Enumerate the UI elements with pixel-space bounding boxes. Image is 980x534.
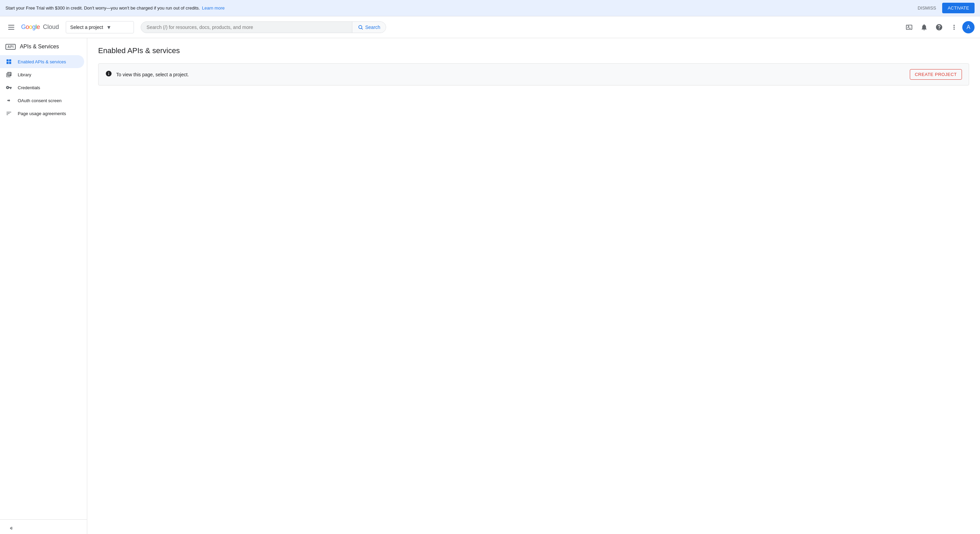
filter-list-icon xyxy=(5,110,12,116)
svg-line-1 xyxy=(361,28,363,29)
learn-more-link[interactable]: Learn more xyxy=(202,5,224,11)
sidebar-item-page-usage[interactable]: Page usage agreements xyxy=(0,107,84,120)
project-selector-label: Select a project xyxy=(70,24,103,30)
create-project-button[interactable]: CREATE PROJECT xyxy=(910,69,962,80)
info-message: To view this page, select a project. xyxy=(116,72,906,77)
sidebar-item-page-usage-label: Page usage agreements xyxy=(18,111,66,116)
hamburger-menu-button[interactable] xyxy=(5,22,17,32)
search-input[interactable] xyxy=(141,22,352,33)
sidebar-footer xyxy=(0,519,87,534)
sidebar-item-enabled-apis[interactable]: Enabled APIs & services xyxy=(0,55,84,68)
help-button[interactable] xyxy=(932,21,946,34)
library-icon xyxy=(5,72,12,78)
chevron-down-icon: ▾ xyxy=(107,24,110,31)
sidebar-item-credentials-label: Credentials xyxy=(18,85,40,90)
cloud-shell-icon xyxy=(905,24,913,31)
activate-button[interactable]: ACTIVATE xyxy=(942,3,975,13)
sidebar-item-library[interactable]: Library xyxy=(0,68,84,81)
main-content: Enabled APIs & services To view this pag… xyxy=(87,38,980,534)
search-bar: Search xyxy=(141,21,386,33)
banner-text: Start your Free Trial with $300 in credi… xyxy=(5,5,200,11)
user-avatar-button[interactable]: A xyxy=(962,21,975,33)
hamburger-icon xyxy=(8,25,14,30)
google-cloud-logo[interactable]: Google Cloud xyxy=(21,24,59,31)
project-selector-button[interactable]: Select a project ▾ xyxy=(66,21,134,33)
top-banner: Start your Free Trial with $300 in credi… xyxy=(0,0,980,16)
sidebar-title: APIs & Services xyxy=(20,44,59,50)
notifications-button[interactable] xyxy=(917,21,931,34)
search-button[interactable]: Search xyxy=(352,22,386,33)
cloud-shell-button[interactable] xyxy=(902,21,916,34)
sidebar: API APIs & Services Enabled APIs & servi… xyxy=(0,38,87,534)
oauth-icon xyxy=(5,97,12,103)
sidebar-item-oauth-label: OAuth consent screen xyxy=(18,98,62,103)
dismiss-button[interactable]: DISMISS xyxy=(913,3,940,13)
collapse-sidebar-button[interactable] xyxy=(5,523,17,534)
sidebar-item-credentials[interactable]: Credentials xyxy=(0,81,84,94)
more-vert-icon xyxy=(950,24,958,31)
page-title: Enabled APIs & services xyxy=(98,46,969,55)
collapse-icon xyxy=(8,525,14,531)
api-badge: API xyxy=(5,44,16,50)
info-banner: To view this page, select a project. CRE… xyxy=(98,64,969,86)
header: Google Cloud Select a project ▾ Search xyxy=(0,16,980,38)
info-icon xyxy=(105,70,112,79)
sidebar-item-enabled-apis-label: Enabled APIs & services xyxy=(18,59,66,64)
help-icon xyxy=(935,24,943,31)
more-options-button[interactable] xyxy=(947,21,961,34)
dashboard-icon xyxy=(5,59,12,65)
app-body: API APIs & Services Enabled APIs & servi… xyxy=(0,38,980,534)
key-icon xyxy=(5,84,12,91)
sidebar-item-library-label: Library xyxy=(18,72,31,77)
sidebar-header: API APIs & Services xyxy=(0,38,87,54)
sidebar-item-oauth[interactable]: OAuth consent screen xyxy=(0,94,84,107)
sidebar-navigation: Enabled APIs & services Library Cr xyxy=(0,54,87,121)
search-icon xyxy=(358,24,363,30)
header-actions: A xyxy=(902,21,975,34)
notifications-icon xyxy=(920,24,928,31)
